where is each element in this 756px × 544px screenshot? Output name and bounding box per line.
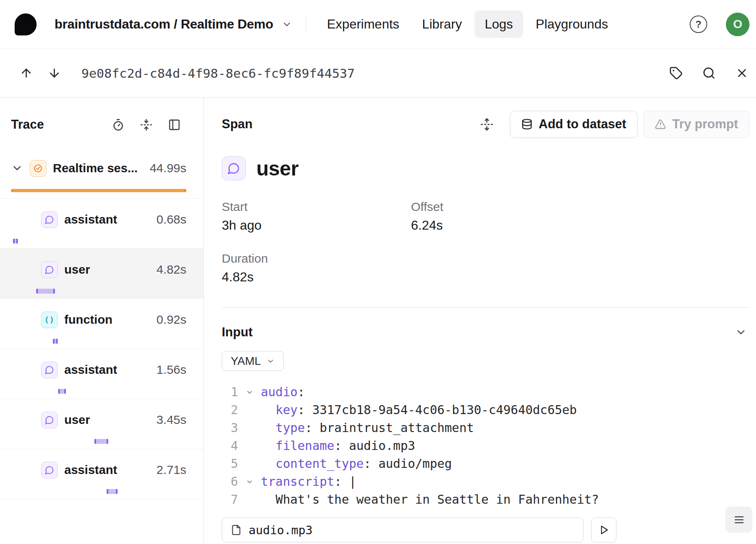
collapse-spans-button[interactable] [140,118,153,131]
span-actions-menu-button[interactable] [725,507,752,533]
line-number: 7 [222,491,238,509]
trace-span-row-main: user 3.45s [0,411,203,428]
arrow-down-icon [48,66,61,80]
collapse-input-button[interactable] [735,326,747,338]
trace-span-row[interactable]: assistant 2.71s [0,449,203,499]
toolbar-actions [667,64,751,82]
format-select[interactable]: YAML [222,351,284,371]
warning-triangle-icon [655,118,666,130]
file-icon [231,524,242,535]
span-label: Realtime ses... [53,161,138,175]
span-label: assistant [64,213,117,226]
fold-chevron-icon[interactable] [238,388,261,396]
audio-attachment[interactable]: audio.mp3 [222,518,583,542]
line-number: 2 [222,401,238,419]
tag-button[interactable] [667,64,685,82]
yaml-code-block: 1 audio: 2 key: 3317cb18-9a54-4c06-b130-… [222,383,749,509]
input-section-title: Input [222,325,253,340]
span-timeline-bar [11,189,186,192]
code-line: 7 What's the weather in Seattle in Fahre… [222,491,749,509]
unfold-vertical-icon [480,118,494,131]
primary-nav: ExperimentsLibraryLogsPlaygrounds [317,11,618,38]
span-panel-title: Span [222,117,253,132]
project-selector[interactable]: braintrustdata.com / Realtime Demo [55,17,292,32]
toggle-panel-button[interactable] [168,118,181,131]
nav-item[interactable]: Logs [474,11,523,38]
try-prompt-label: Try prompt [672,117,738,132]
meta-label: Start [222,200,411,214]
code-line: 1 audio: [222,383,749,401]
fold-vertical-icon [140,118,153,131]
menu-icon [733,514,745,526]
trace-span-row[interactable]: Realtime ses... 44.99s [0,147,203,199]
help-button[interactable]: ? [690,15,707,33]
span-type-icon [41,261,58,278]
nav-item[interactable]: Playgrounds [526,11,618,38]
search-button[interactable] [700,64,718,82]
span-timeline-bar [36,289,55,294]
nav-item[interactable]: Experiments [317,11,410,38]
meta-value: 4.82s [222,270,411,285]
play-icon [599,525,609,535]
span-label: assistant [64,363,117,377]
code-text: What's the weather in Seattle in Fahrenh… [261,491,599,509]
span-timeline-track [11,288,186,294]
span-type-icon [41,211,58,228]
expand-span-button[interactable] [480,118,494,131]
add-to-dataset-button[interactable]: Add to dataset [510,111,638,138]
span-label: assistant [64,463,117,477]
meta-label: Offset [411,200,749,214]
arrow-up-icon [20,66,33,80]
span-timeline-track [11,438,186,445]
span-timeline-bar [13,239,18,243]
try-prompt-button[interactable]: Try prompt [643,111,749,138]
play-audio-button[interactable] [591,518,616,542]
code-text: filename: audio.mp3 [261,437,415,455]
code-line: 2 key: 3317cb18-9a54-4c06-b130-c49640dc6… [222,401,749,419]
add-to-dataset-label: Add to dataset [539,117,626,132]
trace-span-row[interactable]: user 3.45s [0,399,203,449]
user-avatar[interactable]: O [726,13,749,36]
expand-chevron-icon[interactable] [11,162,23,174]
span-timeline-bar [107,489,118,494]
trace-span-row[interactable]: user 4.82s [0,249,203,299]
fold-chevron-icon[interactable] [238,478,261,486]
span-duration: 0.92s [152,313,186,327]
close-trace-button[interactable] [733,64,751,82]
span-meta-field: Duration 4.82s [222,252,411,285]
nav-item[interactable]: Library [412,11,472,38]
trace-toolbar: 9e08fc2d-c84d-4f98-8ec6-fc9f89f44537 [0,49,756,98]
trace-span-row[interactable]: () function 0.92s [0,299,203,349]
span-timeline-track [11,338,186,344]
next-trace-button[interactable] [45,64,63,82]
trace-title: Trace [11,117,44,132]
line-number: 5 [222,455,238,473]
code-line: 5 content_type: audio/mpeg [222,455,749,473]
code-text: key: 3317cb18-9a54-4c06-b130-c49640dc65e… [261,401,577,419]
trace-span-row[interactable]: assistant 0.68s [0,199,203,249]
span-type-icon [30,160,46,177]
panel-left-icon [168,118,181,131]
timer-icon [112,118,125,131]
span-type-icon [41,362,58,378]
line-number: 3 [222,419,238,437]
span-timeline-track [11,388,186,395]
attachment-row: audio.mp3 [222,518,616,542]
format-label: YAML [231,355,261,368]
span-panel-header: Span Add to dataset Try prompt [222,98,749,151]
span-duration: 4.82s [152,263,186,276]
trace-span-row-main: user 4.82s [0,261,203,278]
span-panel: Span Add to dataset Try prompt user Star… [204,98,756,544]
prev-trace-button[interactable] [17,64,35,82]
avatar-letter: O [733,18,743,31]
span-duration: 44.99s [145,161,186,175]
chevron-down-icon [735,326,747,338]
timer-toggle-button[interactable] [112,118,125,131]
span-timeline-track [11,188,186,194]
span-duration: 3.45s [152,413,186,427]
project-name: braintrustdata.com / Realtime Demo [55,17,273,32]
trace-span-row[interactable]: assistant 1.56s [0,349,203,399]
section-divider [222,307,749,308]
braintrust-logo[interactable] [15,13,37,35]
code-text: audio: [261,383,305,401]
